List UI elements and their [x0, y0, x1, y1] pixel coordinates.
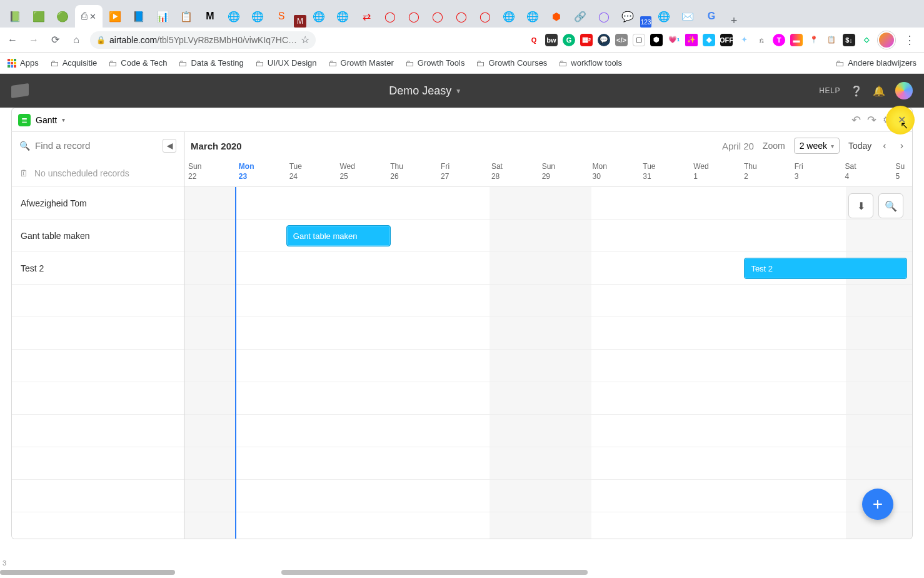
help-link[interactable]: HELP [819, 86, 840, 95]
bookmark-folder[interactable]: 🗀UI/UX Design [255, 58, 317, 68]
tab-icon[interactable]: 🟩 [28, 5, 50, 28]
tab-icon[interactable]: ◯ [593, 5, 615, 28]
other-bookmarks[interactable]: 🗀Andere bladwijzers [835, 58, 916, 68]
view-switcher[interactable]: ≣ Gantt ▾ [18, 114, 65, 126]
tab-icon[interactable]: ✉️ [676, 5, 699, 28]
extension-icon[interactable]: OFF [720, 34, 733, 46]
extension-icon[interactable]: Q [528, 34, 540, 46]
new-tab-button[interactable]: + [724, 14, 744, 28]
bookmark-folder[interactable]: 🗀Growth Courses [476, 58, 547, 68]
extension-icon[interactable]: ▢ [633, 34, 645, 46]
chevron-down-icon: ▾ [62, 116, 65, 123]
tab-icon[interactable]: 🌐 [653, 5, 675, 28]
tab-icon[interactable]: ◯ [474, 5, 496, 28]
day-header: Tue31 [639, 160, 690, 186]
tab-icon[interactable]: G [700, 5, 723, 28]
tab-icon[interactable]: 🟢 [51, 5, 74, 28]
extension-icon[interactable]: $↓ [843, 34, 855, 46]
tab-icon[interactable]: 🌐 [246, 5, 269, 28]
tab-icon[interactable]: ⬢ [545, 5, 568, 28]
extension-icon[interactable]: </> [615, 34, 628, 46]
search-button[interactable]: 🔍 [878, 193, 903, 218]
tab-icon[interactable]: ◯ [379, 5, 401, 28]
tab-icon[interactable]: 🌐 [308, 5, 330, 28]
address-bar[interactable]: 🔒 airtable.com/tbl5YpLVyR8zBMbH0/viwKIq7… [90, 31, 316, 49]
gantt-body[interactable]: Gant table makenTest 2 ⬇ 🔍 + [184, 187, 912, 539]
collapse-sidebar-button[interactable]: ◀ [163, 139, 176, 153]
add-record-fab[interactable]: + [862, 489, 893, 520]
tab-icon[interactable]: 🌐 [223, 5, 245, 28]
extension-icon[interactable]: 💗1 [668, 34, 680, 46]
download-button[interactable]: ⬇ [848, 193, 873, 218]
bookmark-folder[interactable]: 🗀Growth Master [328, 58, 394, 68]
profile-avatar[interactable] [878, 31, 895, 49]
tab-icon[interactable]: ◯ [450, 5, 473, 28]
extension-icon[interactable]: 📋 [825, 34, 838, 46]
extension-icon[interactable]: ▬ [790, 34, 803, 46]
user-avatar[interactable] [895, 82, 913, 99]
unscheduled-row[interactable]: 🗓 No unscheduled records [12, 160, 184, 187]
extension-icon[interactable]: T [773, 34, 785, 46]
extension-icon[interactable]: ◇ [860, 34, 873, 46]
back-button[interactable]: ← [5, 33, 20, 48]
zoom-select[interactable]: 2 week ▾ [794, 138, 840, 154]
extension-icon[interactable]: ✨ [685, 34, 698, 46]
gantt-bar[interactable]: Test 2 [744, 258, 906, 279]
search-input[interactable] [35, 140, 158, 151]
tab-icon[interactable]: ◯ [403, 5, 425, 28]
extension-icon[interactable]: ◆ [703, 34, 715, 46]
forward-button[interactable]: → [26, 33, 41, 48]
bookmark-folder[interactable]: 🗀Growth Tools [405, 58, 465, 68]
bookmark-folder[interactable]: 🗀Code & Tech [108, 58, 167, 68]
tab-icon[interactable]: 🌐 [331, 5, 354, 28]
record-row[interactable]: Gant table maken [12, 220, 184, 252]
extension-icon[interactable]: ✦ [738, 34, 750, 46]
extension-icon[interactable]: ⬢ [650, 34, 663, 46]
bookmark-star-icon[interactable]: ☆ [301, 34, 309, 46]
extension-icon[interactable]: G [563, 34, 575, 46]
reload-button[interactable]: ⟳ [48, 33, 63, 48]
bookmark-folder[interactable]: 🗀workflow tools [558, 58, 622, 68]
help-icon[interactable]: ❔ [850, 85, 863, 97]
prev-button[interactable]: ‹ [880, 140, 888, 151]
record-row[interactable]: Afwezigheid Tom [12, 187, 184, 220]
tab-icon[interactable]: 📘 [128, 5, 150, 28]
apps-shortcut[interactable]: Apps [8, 58, 39, 68]
tab-icon[interactable]: 📊 [151, 5, 174, 28]
tab-icon[interactable]: ▶️ [104, 5, 126, 28]
extension-icon[interactable]: ⎌ [755, 34, 768, 46]
tab-icon[interactable]: 💬 [616, 5, 639, 28]
active-tab[interactable]: ⎙✕ [75, 5, 103, 28]
extension-icon[interactable]: 📍 [808, 34, 820, 46]
tab-icon[interactable]: M [294, 15, 306, 28]
tab-icon[interactable]: 🌐 [498, 5, 520, 28]
extension-icon[interactable]: bw [545, 34, 558, 46]
tab-icon[interactable]: ◯ [426, 5, 449, 28]
redo-button[interactable]: ↷ [867, 113, 876, 127]
extension-icon[interactable]: 💬 [598, 34, 610, 46]
notifications-icon[interactable]: 🔔 [873, 85, 885, 97]
day-header: Sat28 [488, 160, 538, 186]
tab-icon[interactable]: S [270, 5, 293, 28]
today-button[interactable]: Today [848, 141, 871, 151]
extension-icon[interactable]: ▦2 [580, 34, 593, 46]
base-title[interactable]: Demo Jeasy ▼ [31, 84, 819, 98]
next-button[interactable]: › [898, 140, 906, 151]
gantt-bar[interactable]: Gant table maken [286, 225, 391, 246]
tab-icon[interactable]: 📋 [175, 5, 198, 28]
view-bar: ≣ Gantt ▾ ↶ ↷ ⚙ ✕ ↖ [11, 108, 913, 131]
tab-icon[interactable]: M [199, 5, 221, 28]
airtable-logo-icon[interactable] [11, 83, 29, 98]
bookmark-folder[interactable]: 🗀Data & Testing [178, 58, 243, 68]
tab-icon[interactable]: 🔗 [569, 5, 591, 28]
tab-icon[interactable]: 🌐 [521, 5, 544, 28]
bookmark-folder[interactable]: 🗀Acquisitie [50, 58, 98, 68]
tab-icon[interactable]: ⇄ [355, 5, 378, 28]
close-tab-icon[interactable]: ✕ [89, 12, 96, 21]
undo-button[interactable]: ↶ [851, 113, 861, 127]
tab-icon[interactable]: 123 [640, 16, 651, 28]
record-row[interactable]: Test 2 [12, 252, 184, 285]
tab-icon[interactable]: 📗 [4, 5, 26, 28]
home-button[interactable]: ⌂ [69, 33, 84, 48]
chrome-menu-icon[interactable]: ⋮ [900, 33, 919, 47]
